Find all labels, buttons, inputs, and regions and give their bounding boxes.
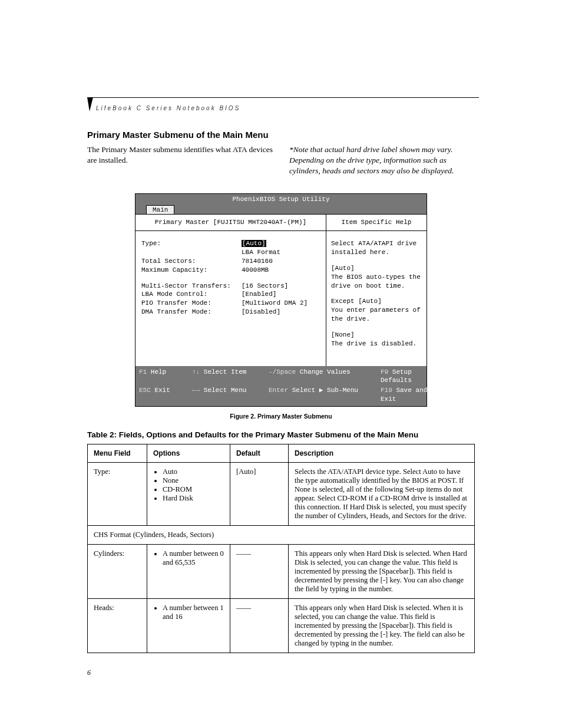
table-cell-options: AutoNoneCD-ROMHard Disk	[147, 463, 230, 526]
field-lba-mode-label: LBA Mode Control:	[141, 290, 242, 299]
field-max-capacity-value: 40008MB	[242, 266, 269, 275]
field-total-sectors-label: Total Sectors:	[141, 257, 242, 266]
section-title: Primary Master Submenu of the Main Menu	[87, 130, 475, 140]
table-cell-description: This appears only when Hard Disk is sele…	[289, 599, 475, 653]
lba-format-label: LBA Format	[242, 248, 280, 257]
th-description: Description	[289, 444, 475, 463]
field-dma-label: DMA Transfer Mode:	[141, 308, 242, 317]
table-cell-default: [Auto]	[230, 463, 289, 526]
bios-screenshot: PhoenixBIOS Setup Utility Main Primary M…	[135, 193, 427, 407]
table-cell-menu: Type:	[88, 463, 147, 526]
table-section-row: CHS Format (Cylinders, Heads, Sectors)	[88, 526, 475, 545]
field-multi-sector-value: [16 Sectors]	[242, 282, 288, 291]
table-cell-default: ——	[230, 599, 289, 653]
bios-footer: F1 Help ↑↓ Select Item -/Space Change Va…	[135, 366, 427, 406]
field-lba-mode-value: [Enabled]	[242, 290, 276, 299]
table-title: Table 2: Fields, Options and Defaults fo…	[87, 430, 475, 439]
bios-tab-bar: Main	[135, 205, 427, 215]
table-cell-options: A number between 1 and 16	[147, 599, 230, 653]
intro-right: *Note that actual hard drive label shown…	[289, 144, 475, 177]
bios-title: PhoenixBIOS Setup Utility	[135, 194, 427, 205]
bios-left-header: Primary Master [FUJITSU MHT2040AT-(PM)]	[135, 215, 326, 231]
running-head: LifeBook C Series Notebook BIOS	[96, 105, 240, 111]
field-dma-value: [Disabled]	[242, 308, 280, 317]
header-rule	[87, 97, 479, 98]
intro-left: The Primary Master submenu identifies wh…	[87, 144, 273, 177]
th-options: Options	[147, 444, 230, 463]
table-cell-description: This appears only when Hard Disk is sele…	[289, 545, 475, 599]
figure-caption: Figure 2. Primary Master Submenu	[87, 413, 475, 420]
table-cell-description: Selects the ATA/ATAPI device type. Selec…	[289, 463, 475, 526]
fields-table: Menu Field Options Default Description T…	[87, 444, 475, 653]
help-line: [None]	[331, 331, 422, 340]
help-line: Except [Auto]	[331, 297, 422, 306]
help-line: The drive is disabled.	[331, 340, 422, 348]
table-cell-menu: Heads:	[88, 599, 147, 653]
help-line: You enter parameters of the drive.	[331, 306, 422, 324]
bios-right-header: Item Specific Help	[326, 215, 427, 231]
help-line: Select ATA/ATAPI drive installed here.	[331, 239, 422, 257]
help-line: [Auto]	[331, 264, 422, 273]
table-cell-menu: Cylinders:	[88, 545, 147, 599]
page-number: 6	[87, 668, 91, 677]
svg-marker-0	[87, 97, 93, 111]
field-pio-label: PIO Transfer Mode:	[141, 299, 242, 308]
field-pio-value: [Multiword DMA 2]	[242, 299, 308, 308]
table-cell-default: ——	[230, 545, 289, 599]
bios-tab-main: Main	[146, 205, 174, 215]
th-menu-field: Menu Field	[88, 444, 147, 463]
header-triangle-icon	[87, 97, 93, 111]
help-line: The BIOS auto-types the drive on boot ti…	[331, 273, 422, 291]
field-type-value: [Auto]	[242, 240, 266, 247]
th-default: Default	[230, 444, 289, 463]
field-multi-sector-label: Multi-Sector Transfers:	[141, 282, 242, 291]
field-total-sectors-value: 78140160	[242, 257, 273, 266]
table-cell-options: A number between 0 and 65,535	[147, 545, 230, 599]
field-max-capacity-label: Maximum Capacity:	[141, 266, 242, 275]
field-type-label: Type:	[141, 239, 242, 248]
